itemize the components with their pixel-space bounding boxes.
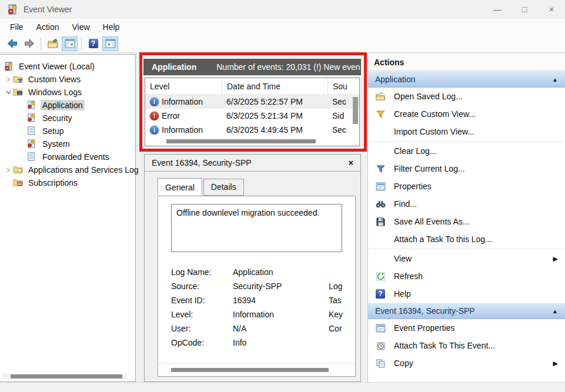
tree-item-system[interactable]: System xyxy=(0,138,135,150)
field-row: User: N/A Cor xyxy=(158,321,355,336)
help-icon: ? xyxy=(374,289,387,299)
copy-icon xyxy=(374,358,387,368)
show-console-tree-icon[interactable] xyxy=(62,36,78,51)
action-label: Properties xyxy=(394,182,432,191)
action-view[interactable]: View ▶ xyxy=(368,250,565,267)
properties-window-icon xyxy=(374,323,387,333)
action-open-saved-log[interactable]: Open Saved Log... xyxy=(368,88,565,105)
field-row: Level: Information Key xyxy=(158,307,355,321)
events-list-header: Application Number of events: 20,031 (!)… xyxy=(143,59,361,75)
field-row: Event ID: 16394 Tas xyxy=(158,293,355,307)
action-create-custom-view[interactable]: Create Custom View... xyxy=(368,105,565,123)
tree-item-setup[interactable]: Setup xyxy=(0,125,135,138)
action-label: Import Custom View... xyxy=(394,127,474,136)
maximize-button[interactable]: □ xyxy=(511,0,538,19)
actions-separator xyxy=(369,141,564,142)
tree-item-applications-services-logs[interactable]: Applications and Services Log xyxy=(0,163,135,176)
field-label: Level: xyxy=(171,310,233,319)
action-save-all-events-as[interactable]: Save All Events As... xyxy=(368,213,565,230)
action-filter-current-log[interactable]: Filter Current Log... xyxy=(368,160,565,177)
field-value: Application xyxy=(233,267,329,277)
event-details-panel: Event 16394, Security-SPP × General Deta… xyxy=(144,154,361,382)
help-glyph: ? xyxy=(89,39,98,48)
details-general-content: Offline downlevel migration succeeded. L… xyxy=(158,196,356,377)
log-icon xyxy=(27,126,38,136)
field-right-label: Key xyxy=(329,310,355,319)
tree-item-custom-views[interactable]: Custom Views xyxy=(0,73,135,86)
column-header-date[interactable]: Date and Time xyxy=(222,78,327,94)
menu-view[interactable]: View xyxy=(65,20,96,34)
action-help[interactable]: ? Help xyxy=(368,285,565,303)
action-copy[interactable]: Copy ▶ xyxy=(368,354,565,372)
funnel-blue-icon xyxy=(374,163,387,174)
tree-item-forwarded-events[interactable]: Forwarded Events xyxy=(0,150,135,163)
chevron-right-icon[interactable] xyxy=(4,167,13,173)
action-attach-task-to-event[interactable]: Attach Task To This Event... xyxy=(368,337,565,354)
column-header-level[interactable]: Level xyxy=(145,78,222,94)
action-label: Copy xyxy=(394,359,413,368)
event-level: Error xyxy=(162,111,180,120)
event-row[interactable]: i Information 6/3/2025 5:22:57 PM Sec xyxy=(145,95,359,109)
help-glyph: ? xyxy=(376,289,385,299)
tree-item-windows-logs[interactable]: Windows Logs xyxy=(0,86,135,99)
action-find[interactable]: Find... xyxy=(368,195,565,213)
action-attach-task-to-log[interactable]: Attach a Task To this Log... xyxy=(368,230,565,248)
chevron-down-icon[interactable] xyxy=(4,91,13,95)
properties-window-icon xyxy=(374,181,387,192)
column-header-source[interactable]: Sou xyxy=(327,78,359,94)
submenu-arrow-icon: ▶ xyxy=(553,255,565,263)
events-table-header-row: Level Date and Time Sou xyxy=(145,78,359,95)
log-alert-icon xyxy=(27,100,38,110)
binoculars-icon xyxy=(374,199,387,209)
action-clear-log[interactable]: Clear Log... xyxy=(368,142,565,160)
show-action-pane-icon[interactable] xyxy=(102,36,118,51)
actions-panel: Actions Application ▲ Open Saved Log... xyxy=(367,54,565,382)
events-vertical-scrollbar[interactable] xyxy=(353,97,358,124)
action-event-properties[interactable]: Event Properties xyxy=(368,319,565,337)
tree-horizontal-scrollbar[interactable] xyxy=(2,374,127,379)
tree-item-event-viewer-local[interactable]: Event Viewer (Local) xyxy=(0,60,135,73)
tree-item-application[interactable]: Application xyxy=(0,99,135,112)
close-button[interactable]: × xyxy=(538,0,565,19)
collapse-icon[interactable]: ▲ xyxy=(552,76,558,83)
event-row[interactable]: i Information 6/3/2025 4:49:45 PM Sec xyxy=(145,123,359,137)
tab-general[interactable]: General xyxy=(158,178,202,195)
actions-section-application[interactable]: Application ▲ xyxy=(368,71,565,88)
tree-item-subscriptions[interactable]: Subscriptions xyxy=(0,176,135,189)
events-log-name: Application xyxy=(152,62,196,72)
event-level: Information xyxy=(162,97,203,106)
action-label: Attach a Task To this Log... xyxy=(394,234,492,244)
field-value: Security-SPP xyxy=(233,282,329,291)
action-refresh[interactable]: Refresh xyxy=(368,267,565,285)
section-header-label: Event 16394, Security-SPP xyxy=(375,306,475,316)
action-import-custom-view[interactable]: Import Custom View... xyxy=(368,123,565,140)
action-properties[interactable]: Properties xyxy=(368,177,565,195)
menu-action[interactable]: Action xyxy=(30,20,66,34)
event-fields: Log Name: Application Source: Security-S… xyxy=(158,265,355,350)
help-icon[interactable]: ? xyxy=(85,36,101,51)
actions-pane-title: Actions xyxy=(368,54,565,71)
event-message-box[interactable]: Offline downlevel migration succeeded. xyxy=(171,204,342,252)
error-icon: ! xyxy=(150,112,159,120)
scrollbar-thumb[interactable] xyxy=(11,374,122,378)
actions-section-event[interactable]: Event 16394, Security-SPP ▲ xyxy=(368,303,565,319)
open-saved-log-icon[interactable] xyxy=(45,36,61,51)
event-row[interactable]: ! Error 6/3/2025 5:21:34 PM Sid xyxy=(145,109,359,123)
menu-help[interactable]: Help xyxy=(96,20,126,34)
details-title-bar: Event 16394, Security-SPP × xyxy=(145,155,360,172)
tab-details[interactable]: Details xyxy=(203,179,244,196)
menu-file[interactable]: File xyxy=(4,20,30,34)
back-icon[interactable] xyxy=(4,36,20,51)
event-viewer-icon xyxy=(4,62,14,71)
forward-icon[interactable] xyxy=(21,36,37,51)
minimize-button[interactable]: — xyxy=(484,0,511,19)
close-icon[interactable]: × xyxy=(349,158,353,167)
chevron-right-icon[interactable] xyxy=(4,77,13,82)
apps-services-folder-icon xyxy=(13,165,24,175)
details-horizontal-scrollbar[interactable] xyxy=(171,368,329,372)
action-label: Attach Task To This Event... xyxy=(394,341,495,350)
toolbar-separator xyxy=(81,38,82,49)
events-horizontal-scrollbar[interactable] xyxy=(166,139,316,143)
tree-item-security[interactable]: Security xyxy=(0,112,135,125)
collapse-icon[interactable]: ▲ xyxy=(552,308,558,314)
